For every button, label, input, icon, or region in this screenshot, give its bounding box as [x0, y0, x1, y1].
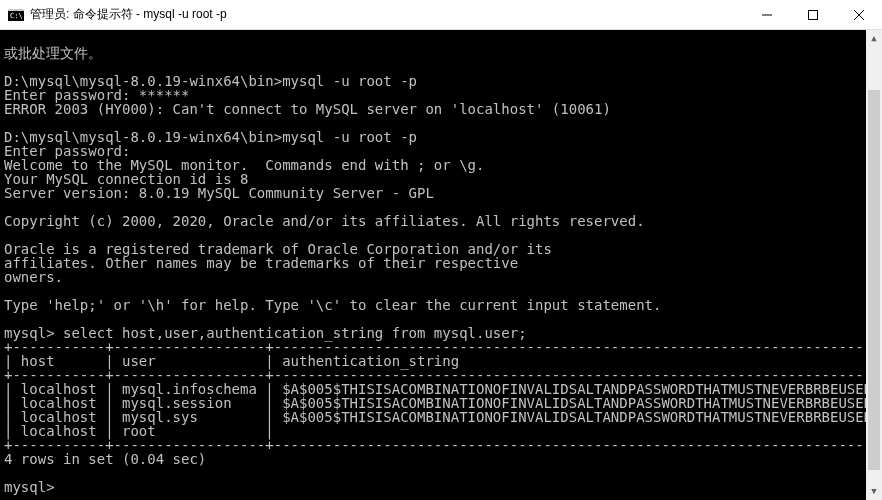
svg-rect-4 [809, 11, 818, 20]
close-button[interactable] [836, 0, 882, 30]
window-title: 管理员: 命令提示符 - mysql -u root -p [30, 6, 744, 23]
output-line: owners. [4, 269, 63, 285]
scroll-down-icon[interactable]: ▼ [866, 483, 882, 500]
terminal-output[interactable]: 或批处理文件。 D:\mysql\mysql-8.0.19-winx64\bin… [0, 30, 882, 500]
output-line: 或批处理文件。 [4, 45, 102, 61]
minimize-button[interactable] [744, 0, 790, 30]
mysql-prompt: mysql> [4, 479, 55, 495]
scrollbar[interactable]: ▲ ▼ [866, 30, 882, 500]
output-line: 4 rows in set (0.04 sec) [4, 451, 206, 467]
output-line: Type 'help;' or '\h' for help. Type '\c'… [4, 297, 661, 313]
scroll-up-icon[interactable]: ▲ [866, 30, 882, 47]
svg-rect-1 [8, 9, 24, 11]
window-controls [744, 0, 882, 29]
scrollbar-thumb[interactable] [868, 90, 880, 470]
output-line: affiliates. Other names may be trademark… [4, 255, 518, 271]
window-titlebar: C:\ 管理员: 命令提示符 - mysql -u root -p [0, 0, 882, 30]
output-line: ERROR 2003 (HY000): Can't connect to MyS… [4, 101, 611, 117]
cmd-icon: C:\ [8, 7, 24, 23]
maximize-button[interactable] [790, 0, 836, 30]
output-line: Server version: 8.0.19 MySQL Community S… [4, 185, 434, 201]
svg-text:C:\: C:\ [10, 12, 23, 20]
output-line: Copyright (c) 2000, 2020, Oracle and/or … [4, 213, 645, 229]
